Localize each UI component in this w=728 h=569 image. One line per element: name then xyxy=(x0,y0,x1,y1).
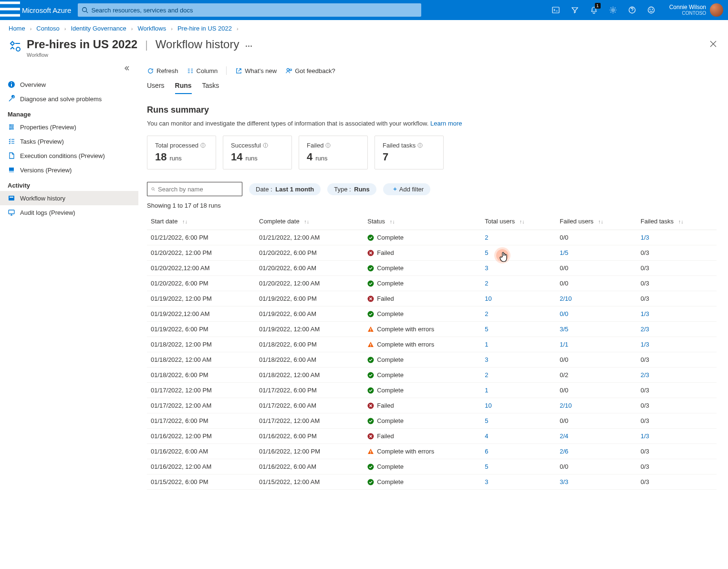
date-filter-pill[interactable]: Date : Last 1 month xyxy=(249,183,321,195)
total-users-link[interactable]: 2 xyxy=(485,234,488,241)
failed-users-link[interactable]: 2/10 xyxy=(560,402,572,409)
success-icon xyxy=(367,372,374,379)
settings-button[interactable] xyxy=(603,0,623,20)
warning-icon xyxy=(367,448,374,455)
failed-tasks-link[interactable]: 2/3 xyxy=(641,371,649,379)
table-row[interactable]: 01/17/2022, 12:00 AM01/17/2022, 6:00 AMF… xyxy=(147,398,717,413)
failed-users-link[interactable]: 3/3 xyxy=(560,478,568,485)
menu-button[interactable] xyxy=(0,0,20,21)
sidebar-item[interactable]: Tasks (Preview) xyxy=(0,134,138,148)
total-users-link[interactable]: 5 xyxy=(485,463,488,470)
got-feedback-button[interactable]: Got feedback? xyxy=(285,67,335,74)
breadcrumb-link[interactable]: Identity Governance xyxy=(71,25,126,32)
total-users-link[interactable]: 5 xyxy=(485,417,488,424)
more-button[interactable]: … xyxy=(245,40,253,49)
total-users-link[interactable]: 5 xyxy=(485,249,488,256)
tab-runs[interactable]: Runs xyxy=(175,82,192,94)
search-by-name-input[interactable] xyxy=(155,186,238,193)
column-header[interactable]: Total users ↑↓ xyxy=(481,213,556,230)
column-header[interactable]: Status ↑↓ xyxy=(364,213,481,230)
total-users-link[interactable]: 3 xyxy=(485,264,488,272)
table-row[interactable]: 01/17/2022, 6:00 PM01/17/2022, 12:00 AMC… xyxy=(147,413,717,429)
table-row[interactable]: 01/18/2022, 12:00 AM01/18/2022, 6:00 AMC… xyxy=(147,352,717,368)
failed-tasks-link[interactable]: 1/3 xyxy=(641,310,649,317)
search-by-name[interactable] xyxy=(147,182,242,196)
total-users-link[interactable]: 3 xyxy=(485,356,488,363)
user-menu[interactable]: Connie Wilson CONTOSO xyxy=(661,3,728,17)
failed-tasks-link[interactable]: 1/3 xyxy=(641,341,649,348)
notifications-button[interactable]: 1 xyxy=(584,0,603,20)
failed-users-link[interactable]: 1/1 xyxy=(560,341,568,348)
collapse-sidebar-button[interactable] xyxy=(0,65,138,73)
failed-tasks-link[interactable]: 1/3 xyxy=(641,432,649,440)
breadcrumb-link[interactable]: Workflows xyxy=(137,25,166,32)
sidebar-item[interactable]: Workflow history xyxy=(0,191,138,205)
table-row[interactable]: 01/20/2022, 12:00 PM01/20/2022, 6:00 PMF… xyxy=(147,245,717,261)
column-header[interactable]: Start date ↑↓ xyxy=(147,213,255,230)
total-users-link[interactable]: 10 xyxy=(485,402,491,409)
sidebar-manage-header: Manage xyxy=(0,106,138,120)
feedback-button[interactable] xyxy=(642,0,661,20)
column-button[interactable]: Column xyxy=(187,67,218,74)
total-users-link[interactable]: 5 xyxy=(485,326,488,333)
failed-users-link[interactable]: 2/4 xyxy=(560,432,568,440)
add-filter-button[interactable]: Add filter xyxy=(383,183,430,195)
failed-users-link[interactable]: 2/6 xyxy=(560,448,568,455)
global-search-input[interactable] xyxy=(88,7,417,14)
tab-tasks[interactable]: Tasks xyxy=(202,82,219,94)
close-button[interactable] xyxy=(710,41,717,49)
sidebar-item[interactable]: Diagnose and solve problems xyxy=(0,92,138,106)
total-users-link[interactable]: 1 xyxy=(485,387,488,394)
table-row[interactable]: 01/20/2022,12:00 AM01/20/2022, 6:00 AMCo… xyxy=(147,261,717,276)
column-header[interactable]: Failed users ↑↓ xyxy=(556,213,637,230)
sidebar-item[interactable]: Properties (Preview) xyxy=(0,120,138,134)
total-users-link[interactable]: 4 xyxy=(485,432,488,440)
end-date-cell: 01/16/2022, 12:00 PM xyxy=(255,444,364,459)
sidebar-item[interactable]: Overview xyxy=(0,77,138,92)
table-row[interactable]: 01/16/2022, 12:00 AM01/16/2022, 6:00 AMC… xyxy=(147,459,717,474)
table-row[interactable]: 01/17/2022, 12:00 PM01/17/2022, 6:00 PMC… xyxy=(147,383,717,398)
help-button[interactable] xyxy=(623,0,642,20)
directories-button[interactable] xyxy=(565,0,584,20)
tab-users[interactable]: Users xyxy=(147,82,165,94)
table-row[interactable]: 01/19/2022, 12:00 PM01/19/2022, 6:00 PMF… xyxy=(147,291,717,306)
table-row[interactable]: 01/15/2022, 6:00 PM01/15/2022, 12:00 AMC… xyxy=(147,474,717,490)
column-header[interactable]: Complete date ↑↓ xyxy=(255,213,364,230)
table-row[interactable]: 01/19/2022, 6:00 PM01/19/2022, 12:00 AMC… xyxy=(147,322,717,337)
sidebar-item[interactable]: Audit logs (Preview) xyxy=(0,205,138,220)
failed-users-link[interactable]: 2/10 xyxy=(560,295,572,302)
learn-more-link[interactable]: Learn more xyxy=(430,120,462,127)
total-users-link[interactable]: 3 xyxy=(485,478,488,485)
total-users-link[interactable]: 10 xyxy=(485,295,491,302)
failed-users-link[interactable]: 3/5 xyxy=(560,326,568,333)
failed-tasks-link[interactable]: 1/3 xyxy=(641,234,649,241)
table-row[interactable]: 01/19/2022,12:00 AM01/19/2022, 6:00 AMCo… xyxy=(147,306,717,322)
total-users-link[interactable]: 2 xyxy=(485,371,488,379)
table-row[interactable]: 01/16/2022, 6:00 AM01/16/2022, 12:00 PMC… xyxy=(147,444,717,459)
failed-tasks-link[interactable]: 2/3 xyxy=(641,326,649,333)
table-row[interactable]: 01/18/2022, 6:00 PM01/18/2022, 12:00 AMC… xyxy=(147,368,717,383)
breadcrumb-link[interactable]: Home xyxy=(9,25,25,32)
global-search[interactable] xyxy=(78,3,421,17)
failed-users-link[interactable]: 1/5 xyxy=(560,249,568,256)
column-header[interactable]: Failed tasks ↑↓ xyxy=(637,213,717,230)
table-row[interactable]: 01/16/2022, 12:00 PM01/16/2022, 6:00 PMF… xyxy=(147,429,717,444)
failed-users-link[interactable]: 0/0 xyxy=(560,310,568,317)
whats-new-button[interactable]: What's new xyxy=(235,67,277,74)
table-row[interactable]: 01/20/2022, 6:00 PM01/20/2022, 12:00 AMC… xyxy=(147,276,717,291)
end-date-cell: 01/17/2022, 12:00 AM xyxy=(255,413,364,429)
total-users-link[interactable]: 2 xyxy=(485,280,488,287)
cloud-shell-button[interactable] xyxy=(546,0,565,20)
total-users-link[interactable]: 6 xyxy=(485,448,488,455)
type-filter-pill[interactable]: Type : Runs xyxy=(327,183,376,195)
refresh-button[interactable]: Refresh xyxy=(147,67,178,74)
breadcrumb-link[interactable]: Contoso xyxy=(36,25,59,32)
table-row[interactable]: 01/18/2022, 12:00 PM01/18/2022, 6:00 PMC… xyxy=(147,337,717,352)
breadcrumb-link[interactable]: Pre-hire in US 2022 xyxy=(177,25,232,32)
sidebar-item[interactable]: Versions (Preview) xyxy=(0,163,138,177)
total-users-link[interactable]: 2 xyxy=(485,310,488,317)
sidebar-item[interactable]: Execution conditions (Preview) xyxy=(0,148,138,163)
total-users-link[interactable]: 1 xyxy=(485,341,488,348)
status-cell: Complete xyxy=(364,413,481,429)
table-row[interactable]: 01/21/2022, 6:00 PM01/21/2022, 12:00 AMC… xyxy=(147,230,717,245)
